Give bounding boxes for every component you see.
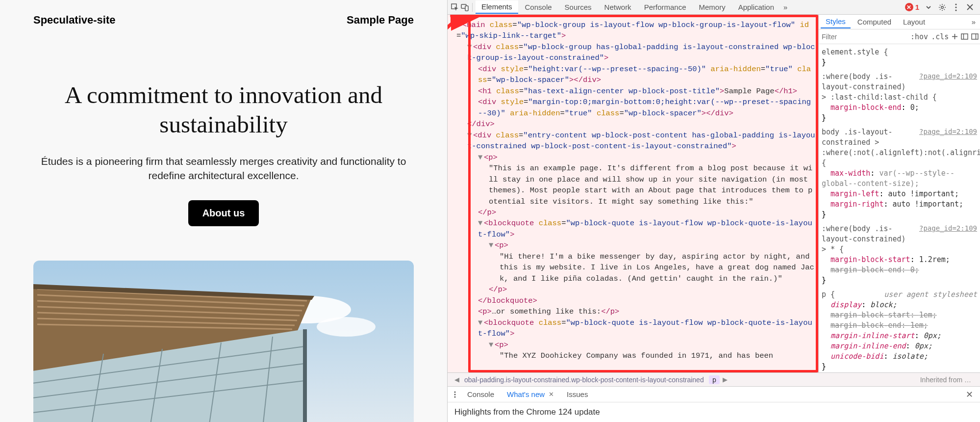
breadcrumb-selected[interactable]: p [709,375,720,384]
text-node: "The XYZ Doohickey Company was founded i… [500,351,773,360]
svg-point-24 [941,6,944,8]
gear-icon[interactable] [938,3,947,12]
svg-point-44 [454,391,456,393]
chevron-down-icon[interactable] [924,3,933,12]
close-drawer-icon[interactable]: ✕ [962,389,977,400]
close-tab-icon[interactable]: ✕ [549,391,554,398]
hero-title: A commitment to innovation and sustainab… [39,80,408,139]
svg-point-34 [955,6,956,8]
kebab-icon[interactable] [451,390,459,399]
styles-pane: Styles Computed Layout » :hov .cls eleme… [818,15,980,372]
close-icon[interactable] [965,3,974,12]
svg-point-35 [955,9,956,11]
hero-image [33,261,414,422]
hero-subtitle: Études is a pioneering firm that seamles… [39,154,408,183]
site-preview: Speculative-site Sample Page A commitmen… [0,0,447,422]
drawer-headline: Highlights from the Chrome 124 update [448,402,980,422]
devtools-tab-bar: Elements Console Sources Network Perform… [448,0,980,15]
hov-toggle[interactable]: :hov [910,32,928,41]
tab-elements[interactable]: Elements [476,0,518,14]
svg-line-30 [944,9,945,10]
panel-right-icon[interactable] [971,32,979,41]
filter-input[interactable] [822,33,907,41]
svg-line-31 [940,9,941,10]
source-link[interactable]: ?page_id=2:109 [919,72,977,81]
elements-tree-pane[interactable]: ▼<main class="wp-block-group is-layout-f… [448,15,818,372]
svg-point-33 [955,3,956,5]
svg-marker-20 [303,329,307,422]
cls-toggle[interactable]: .cls [931,32,949,41]
more-tabs-icon[interactable]: » [969,18,978,26]
drawer-tab-console[interactable]: Console [462,388,499,400]
drawer-tab-issues[interactable]: Issues [562,388,593,400]
kebab-icon[interactable] [952,3,960,12]
svg-point-2 [317,317,376,337]
svg-rect-40 [961,34,968,39]
tab-console[interactable]: Console [519,1,558,13]
breadcrumb-prev-icon[interactable]: ◀ [452,376,462,383]
tab-styles[interactable]: Styles [821,15,851,28]
plus-icon[interactable] [952,32,958,41]
svg-line-32 [944,5,945,6]
more-tabs-icon[interactable]: » [781,3,790,12]
inherited-from-label: Inherited from … [920,376,976,384]
tab-layout[interactable]: Layout [898,16,930,28]
svg-line-29 [940,5,941,6]
inspect-icon[interactable] [451,3,459,12]
svg-point-46 [454,396,456,397]
panel-icon[interactable] [961,32,968,41]
source-link[interactable]: ?page_id=2:109 [919,127,977,137]
about-us-button[interactable]: About us [188,200,259,226]
console-drawer: Console What's new✕ Issues ✕ Highlights … [448,386,980,422]
tab-application[interactable]: Application [732,1,780,13]
text-node: "This is an example page. It's different… [489,164,812,206]
breadcrumb-next-icon[interactable]: ▶ [720,376,730,383]
drawer-tab-whatsnew[interactable]: What's new✕ [502,388,559,400]
breadcrumb-path[interactable]: obal-padding.is-layout-constrained.wp-bl… [462,376,706,384]
breadcrumb-bar[interactable]: ◀ obal-padding.is-layout-constrained.wp-… [448,372,980,386]
source-link[interactable]: ?page_id=2:109 [919,224,977,234]
devtools-panel: Elements Console Sources Network Perform… [447,0,980,422]
svg-point-45 [454,394,456,395]
svg-rect-23 [465,6,468,11]
site-logo[interactable]: Speculative-site [33,14,116,26]
text-node: "Hi there! I'm a bike messenger by day, … [500,252,814,283]
error-count-badge[interactable]: ✕1 [905,3,919,11]
tab-network[interactable]: Network [599,1,637,13]
svg-rect-42 [972,34,978,39]
tab-performance[interactable]: Performance [638,1,692,13]
nav-sample-page[interactable]: Sample Page [347,14,414,26]
tab-sources[interactable]: Sources [559,1,598,13]
tab-computed[interactable]: Computed [853,16,896,28]
styles-rules[interactable]: element.style {} ?page_id=2:109 :where(b… [819,44,980,372]
tab-memory[interactable]: Memory [693,1,731,13]
device-icon[interactable] [460,3,469,12]
